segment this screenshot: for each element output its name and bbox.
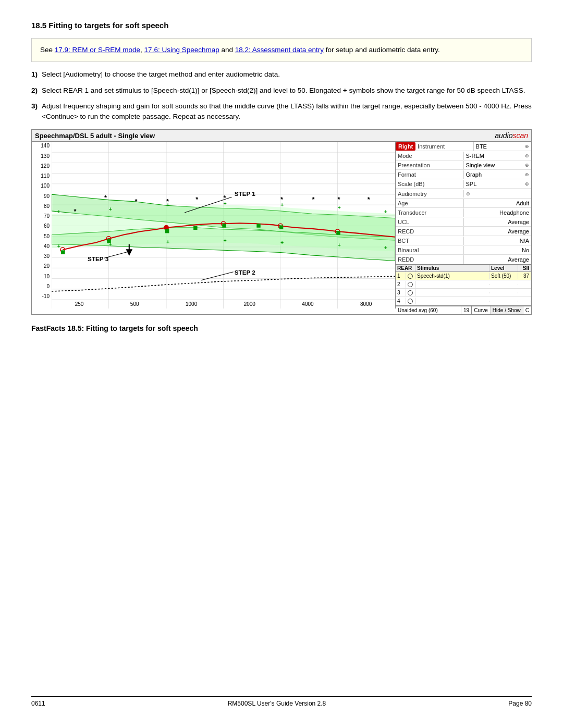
rear-4: 4: [396, 298, 406, 304]
scale-value[interactable]: SPL: [463, 180, 532, 188]
curve-c-button[interactable]: C: [523, 306, 531, 314]
info-text-before: See: [40, 46, 55, 54]
ucl-value: Average: [463, 218, 532, 226]
page-footer: 0611 RM500SL User's Guide Version 2.8 Pa…: [31, 696, 532, 707]
header-sii: SII: [518, 265, 531, 272]
age-value: Adult: [463, 199, 532, 207]
link-assessment[interactable]: 18.2: Assessment data entry: [235, 46, 324, 54]
presentation-row: Presentation Single view: [396, 161, 531, 170]
svg-text:+: +: [57, 208, 60, 215]
instrument-settings: Right Instrument BTE Mode S-REM Presenta…: [396, 142, 531, 189]
svg-text:*: *: [224, 194, 226, 202]
audiometry-label: Audiometry: [396, 190, 463, 198]
sii-1: 37: [518, 273, 531, 279]
svg-rect-62: [256, 224, 260, 228]
svg-text:+: +: [224, 238, 227, 244]
link-rem-srem[interactable]: 17.9: REM or S-REM mode: [55, 46, 140, 54]
svg-text:STEP 3: STEP 3: [88, 255, 109, 262]
scale-label: Scale (dB): [396, 180, 463, 188]
binaural-value: No: [463, 246, 532, 254]
step-1-num: 1): [31, 69, 38, 80]
brand-audio: audio: [495, 131, 512, 140]
rear-2: 2: [396, 281, 406, 288]
header-stimulus: Stimulus: [415, 265, 489, 272]
format-value[interactable]: Graph: [463, 170, 532, 179]
info-box: See 17.9: REM or S-REM mode, 17.6: Using…: [31, 38, 532, 62]
right-panel: Right Instrument BTE Mode S-REM Presenta…: [396, 142, 531, 314]
section-title: 18.5 Fitting to targets for soft speech: [31, 21, 532, 30]
svg-text:*: *: [337, 195, 340, 203]
redd-row: REDD Average: [396, 255, 531, 264]
svg-text:*: *: [195, 195, 198, 203]
svg-rect-64: [336, 231, 340, 235]
unaided-value: 19: [461, 306, 471, 314]
graph-svg: + + + + + + + + + + + + + +: [52, 142, 395, 309]
y-axis: 140 130 120 110 100 90 80 70 60 50 40 30…: [32, 142, 52, 309]
audiometry-value[interactable]: [463, 190, 532, 198]
unaided-label: Unaided avg (60): [396, 306, 461, 314]
transducer-label: Transducer: [396, 208, 463, 217]
mode-value[interactable]: S-REM: [463, 152, 532, 160]
circle-2: [406, 281, 415, 288]
svg-text:*: *: [312, 195, 315, 203]
right-button[interactable]: Right: [396, 142, 415, 151]
svg-point-43: [164, 226, 169, 230]
hide-show-button[interactable]: Hide / Show: [490, 306, 523, 314]
rear-table: REAR Stimulus Level SII 1 Speech-std(1) …: [396, 265, 531, 306]
rear-row-4[interactable]: 4: [396, 297, 531, 305]
svg-rect-61: [222, 224, 226, 228]
presentation-label: Presentation: [396, 161, 463, 169]
recd-label: RECD: [396, 227, 463, 236]
rear-1: 1: [396, 273, 406, 279]
svg-text:+: +: [280, 239, 284, 245]
recd-row: RECD Average: [396, 227, 531, 236]
svg-text:+: +: [166, 239, 169, 245]
step-3-num: 3): [31, 101, 38, 112]
svg-line-69: [201, 272, 234, 280]
svg-text:+: +: [384, 245, 387, 251]
stim-4: [415, 301, 489, 302]
curve-label: Curve: [471, 306, 490, 314]
info-text-mid2: and: [219, 46, 235, 54]
footer-right: Page 80: [508, 700, 532, 707]
svg-text:*: *: [368, 195, 370, 203]
recd-value: Average: [463, 227, 532, 236]
level-1: Soft (50): [489, 273, 518, 279]
svg-text:*: *: [280, 195, 283, 203]
svg-text:+: +: [57, 243, 60, 249]
svg-text:*: *: [134, 198, 137, 205]
rear-table-header: REAR Stimulus Level SII: [396, 265, 531, 272]
instrument-value[interactable]: BTE: [473, 142, 531, 151]
ucl-row: UCL Average: [396, 217, 531, 227]
svg-text:*: *: [104, 194, 107, 202]
age-row: Age Adult: [396, 199, 531, 208]
audiometry-section: Audiometry Age Adult Transducer Headphon…: [396, 189, 531, 265]
stim-2: [415, 284, 489, 285]
circle-3: [406, 289, 415, 296]
svg-rect-57: [61, 251, 65, 254]
steps-list: 1) Select [Audiometry] to choose the tar…: [31, 69, 532, 122]
mode-label: Mode: [396, 152, 463, 160]
mode-row: Mode S-REM: [396, 151, 531, 161]
rear-row-3[interactable]: 3: [396, 289, 531, 297]
svg-rect-63: [279, 226, 283, 229]
bct-label: BCT: [396, 237, 463, 245]
binaural-label: Binaural: [396, 246, 463, 254]
step-2-num: 2): [31, 85, 38, 96]
format-row: Format Graph: [396, 170, 531, 179]
footer-left: 0611: [31, 700, 45, 707]
age-label: Age: [396, 199, 463, 207]
instrument-title: Speechmap/DSL 5 adult - Single view: [35, 132, 155, 140]
step-3-text: Adjust frequency shaping and gain for so…: [42, 102, 532, 120]
step-3: 3) Adjust frequency shaping and gain for…: [31, 101, 532, 122]
svg-text:*: *: [74, 207, 77, 215]
footer-center: RM500SL User's Guide Version 2.8: [228, 700, 326, 707]
rear-row-1[interactable]: 1 Speech-std(1) Soft (50) 37: [396, 272, 531, 280]
bottom-row: Unaided avg (60) 19 Curve Hide / Show C: [396, 306, 531, 314]
brand: audioscan: [495, 131, 528, 140]
svg-text:STEP 1: STEP 1: [235, 190, 256, 197]
presentation-value[interactable]: Single view: [463, 161, 532, 169]
svg-rect-58: [107, 239, 111, 243]
link-speechmap[interactable]: 17.6: Using Speechmap: [144, 46, 219, 54]
rear-row-2[interactable]: 2: [396, 280, 531, 289]
